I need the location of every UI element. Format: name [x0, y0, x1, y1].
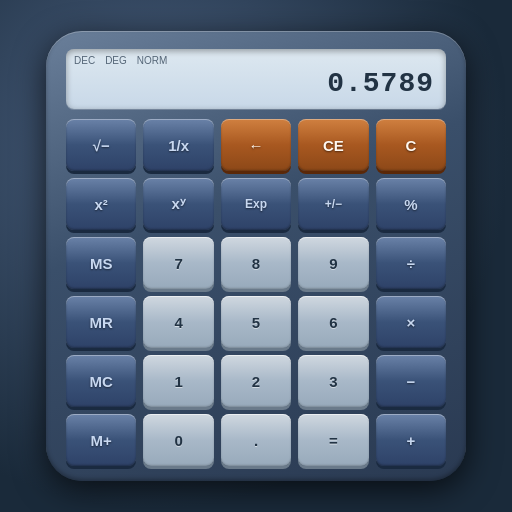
- display-mode-row: DEC DEG NORM: [74, 55, 434, 66]
- zero-button[interactable]: 0: [143, 414, 213, 466]
- decimal-button[interactable]: .: [221, 414, 291, 466]
- one-button[interactable]: 1: [143, 355, 213, 407]
- mc-button[interactable]: MC: [66, 355, 136, 407]
- divide-button[interactable]: ÷: [376, 237, 446, 289]
- exp-button[interactable]: Exp: [221, 178, 291, 230]
- mplus-button[interactable]: M+: [66, 414, 136, 466]
- mode-norm: NORM: [137, 55, 168, 66]
- two-button[interactable]: 2: [221, 355, 291, 407]
- sign-button[interactable]: +/−: [298, 178, 368, 230]
- power-button[interactable]: xʸ: [143, 178, 213, 230]
- mr-button[interactable]: MR: [66, 296, 136, 348]
- three-button[interactable]: 3: [298, 355, 368, 407]
- seven-button[interactable]: 7: [143, 237, 213, 289]
- equals-button[interactable]: =: [298, 414, 368, 466]
- backspace-button[interactable]: ←: [221, 119, 291, 171]
- display-panel: DEC DEG NORM 0.5789: [66, 49, 446, 109]
- display-value: 0.5789: [74, 68, 434, 99]
- add-button[interactable]: +: [376, 414, 446, 466]
- percent-button[interactable]: %: [376, 178, 446, 230]
- clear-button[interactable]: C: [376, 119, 446, 171]
- five-button[interactable]: 5: [221, 296, 291, 348]
- nine-button[interactable]: 9: [298, 237, 368, 289]
- multiply-button[interactable]: ×: [376, 296, 446, 348]
- mode-deg: DEG: [105, 55, 127, 66]
- square-button[interactable]: x²: [66, 178, 136, 230]
- subtract-button[interactable]: −: [376, 355, 446, 407]
- four-button[interactable]: 4: [143, 296, 213, 348]
- eight-button[interactable]: 8: [221, 237, 291, 289]
- ce-button[interactable]: CE: [298, 119, 368, 171]
- reciprocal-button[interactable]: 1/x: [143, 119, 213, 171]
- six-button[interactable]: 6: [298, 296, 368, 348]
- calculator: DEC DEG NORM 0.5789 √−1/x←CECx²xʸExp+/−%…: [46, 31, 466, 481]
- ms-button[interactable]: MS: [66, 237, 136, 289]
- sqrt-button[interactable]: √−: [66, 119, 136, 171]
- mode-dec: DEC: [74, 55, 95, 66]
- button-grid: √−1/x←CECx²xʸExp+/−%MS789÷MR456×MC123−M+…: [66, 119, 446, 466]
